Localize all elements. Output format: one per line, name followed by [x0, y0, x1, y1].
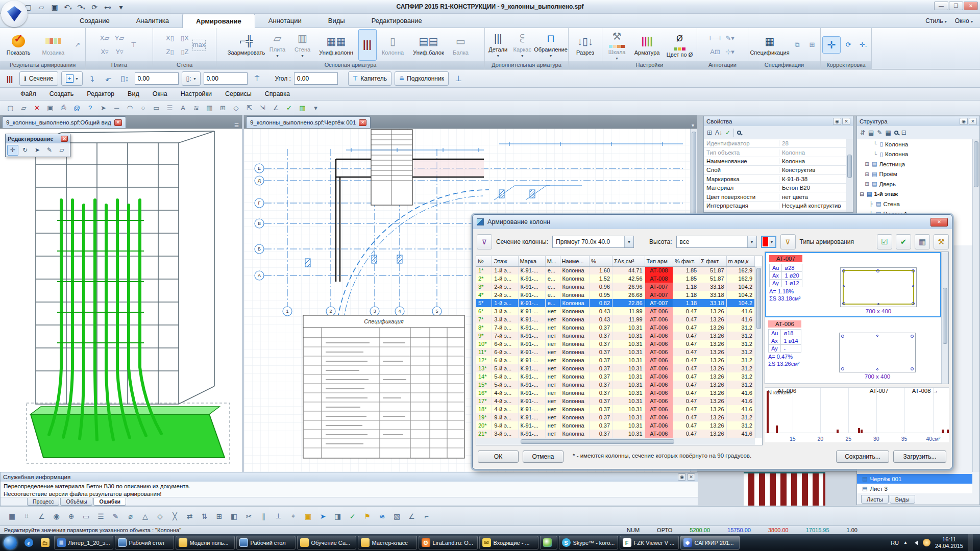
tree-item[interactable]: ⊞ ▤ Лестница: [857, 159, 979, 169]
eraser-tool-icon[interactable]: ▱: [56, 145, 67, 156]
menu-item[interactable]: Файл: [14, 90, 42, 97]
dimension-linear-icon[interactable]: ⊢⊣: [708, 32, 722, 44]
tool-icon[interactable]: ➤: [97, 102, 110, 114]
table-row[interactable]: 16* 4-й э... К-91-... нет Колонна 0.37 1…: [476, 389, 755, 397]
start-button[interactable]: [0, 535, 20, 550]
tool-icon[interactable]: ⌖: [286, 510, 300, 522]
tool-icon[interactable]: ▭: [150, 102, 163, 114]
clock[interactable]: 16:11 24.04.2015: [935, 536, 963, 549]
table-row[interactable]: 21* 3-й э... К-91-... нет Колонна 0.37 1…: [476, 430, 755, 438]
tree-edit-icon[interactable]: ✎: [877, 129, 882, 136]
beam-button[interactable]: ▭ Балка: [449, 29, 473, 61]
view3d-tab[interactable]: 9_колонны_выполнено.spf:Общий вид✕: [2, 116, 126, 128]
tool-icon[interactable]: ☰: [94, 510, 108, 522]
menu-item[interactable]: Справка: [259, 90, 296, 97]
dialog-title-bar[interactable]: Армирование колонн ✕: [473, 215, 952, 229]
section-shape-dropdown[interactable]: +▾: [61, 71, 83, 86]
structure-tab[interactable]: Виды: [890, 495, 915, 504]
drawing-tab[interactable]: 9_колонны_выполнено.spf:Чертёж 001✕: [246, 116, 371, 128]
wall-z-icon[interactable]: Z▯: [163, 45, 177, 58]
menu-item[interactable]: Настройки: [175, 90, 218, 97]
service-pin-icon[interactable]: ◉: [678, 473, 686, 481]
cage-button[interactable]: ⫕ Каркас▾: [511, 29, 534, 61]
taskbar-app[interactable]: [540, 536, 557, 549]
tool-icon[interactable]: ✂: [242, 510, 256, 522]
tool-icon[interactable]: ▱: [17, 102, 30, 114]
unified-columns-button[interactable]: ▦▦ Униф.колонн: [315, 29, 357, 61]
tool-icon[interactable]: ∠: [405, 510, 419, 522]
taskbar-app[interactable]: S Skype™ - koro...: [559, 536, 618, 549]
service-tab[interactable]: Ошибки: [93, 498, 126, 506]
type-card-at007[interactable]: АТ-007 Auø28 Ax1 ø20 Ay1 ø12 A= 1.18% ΣS…: [765, 252, 941, 317]
table-row[interactable]: 7* 3-й э... К-91-... нет Колонна 0.43 11…: [476, 315, 755, 323]
type-card-at006[interactable]: АТ-006 Auø18 Ax1 ø14 Ay- A= 0.47% ΣS 13.…: [765, 318, 941, 384]
tool-icon[interactable]: ▭: [79, 510, 93, 522]
taskbar-app[interactable]: ≣ Литер_1_20_э...: [54, 536, 113, 549]
taskbar-app[interactable]: Обучение Са...: [297, 536, 356, 549]
palette-close-icon[interactable]: ✕: [61, 136, 68, 142]
save-button[interactable]: Сохранить...: [836, 450, 889, 463]
menu-item[interactable]: Сервисы: [219, 90, 258, 97]
tool-icon[interactable]: ∠: [35, 510, 48, 522]
tree-filter-icon[interactable]: ⇵: [860, 129, 865, 136]
taskbar-app[interactable]: Мастер-класс: [358, 536, 417, 549]
structure-scrollbar[interactable]: [972, 139, 979, 472]
view3d-canvas[interactable]: [0, 129, 242, 472]
table-row[interactable]: 11* 6-й э... К-91-... нет Колонна 0.37 1…: [476, 348, 755, 356]
wall-xr-icon[interactable]: ▯X: [178, 32, 191, 44]
tree-search-icon[interactable]: [894, 131, 898, 135]
color-by-diameter-button[interactable]: Ø Цвет по Ø: [664, 29, 695, 61]
table-row[interactable]: 20* 9-й э... К-91-... нет Колонна 0.37 1…: [476, 421, 755, 430]
tree-grid-icon[interactable]: ▦: [885, 129, 891, 136]
tool-icon[interactable]: ⌐: [420, 510, 433, 522]
tool-icon[interactable]: ╳: [168, 510, 182, 522]
wall-zr-icon[interactable]: ▯Z: [178, 45, 191, 58]
tool-icon[interactable]: ◇: [230, 102, 242, 114]
tool-icon[interactable]: ◧: [227, 510, 241, 522]
tool-icon[interactable]: ✕: [31, 102, 43, 114]
tool-icon[interactable]: ?: [84, 102, 96, 114]
tool-icon[interactable]: △: [138, 510, 152, 522]
apply-type-icon[interactable]: ✔: [896, 234, 911, 249]
rebar-display-button[interactable]: |||| Арматура: [631, 29, 663, 61]
tree-target-icon[interactable]: ⊡: [901, 129, 906, 136]
tool-icon[interactable]: ⊞: [212, 510, 226, 522]
apply-icon[interactable]: ✓: [725, 129, 730, 136]
move-tool-icon[interactable]: ✛: [7, 145, 18, 156]
property-row[interactable]: Идентификатор 28: [704, 139, 853, 148]
plate-x-bottom-icon[interactable]: X▿: [98, 45, 111, 58]
table-row[interactable]: 6* 3-й э... К-91-... нет Колонна 0.43 11…: [476, 307, 755, 315]
cancel-button[interactable]: Отмена: [523, 450, 564, 463]
filter-types-icon[interactable]: ⊽: [780, 234, 796, 249]
tool-icon[interactable]: A: [177, 102, 189, 114]
taskbar-app[interactable]: Рабочий стол: [115, 536, 174, 549]
minimize-button[interactable]: —: [934, 2, 948, 10]
angle-input[interactable]: [294, 72, 338, 85]
tool-icon[interactable]: ⌀: [124, 510, 137, 522]
edit-type-icon[interactable]: ▦: [915, 234, 930, 249]
service-tab[interactable]: Процесс: [27, 498, 59, 506]
taskbar-app[interactable]: ◆ САПФИР 201...: [680, 536, 740, 549]
move-point-icon[interactable]: ✛.: [856, 39, 870, 51]
tool-icon[interactable]: ⊞: [216, 102, 229, 114]
offset-mode-dropdown[interactable]: ▯:▾: [182, 71, 201, 86]
table-row[interactable]: 2* 1-й э... К-91-... е... Колонна 1.52 4…: [476, 274, 755, 283]
drawing-tabbar-menu[interactable]: ▾: [692, 122, 694, 128]
tool-icon[interactable]: ✓: [346, 510, 359, 522]
tool-icon[interactable]: ─: [110, 102, 123, 114]
table-row[interactable]: 8* 7-й э... К-91-... нет Колонна 0.37 10…: [476, 323, 755, 332]
tree-item[interactable]: ⊞ ▤ Дверь: [857, 179, 979, 189]
style-menu[interactable]: Стиль ▾: [925, 17, 946, 24]
close-structure-icon[interactable]: ✕: [969, 118, 977, 125]
pin-icon[interactable]: ⍑: [251, 72, 264, 85]
close-drawing-icon[interactable]: ✕: [359, 119, 366, 126]
move-node-button[interactable]: ✛: [822, 36, 841, 54]
service-close-icon[interactable]: ✕: [687, 473, 695, 481]
wall-x-icon[interactable]: X▯: [163, 32, 177, 44]
tool-icon[interactable]: ▢: [4, 102, 17, 114]
plate-reinforce-button[interactable]: ▱ Плита▾: [265, 29, 290, 61]
wall-max-icon[interactable]: max: [192, 39, 206, 51]
offset-y-input[interactable]: [135, 72, 179, 85]
internet-explorer-icon[interactable]: e: [21, 536, 36, 549]
ribbon-tab[interactable]: Аннотации: [255, 14, 315, 28]
